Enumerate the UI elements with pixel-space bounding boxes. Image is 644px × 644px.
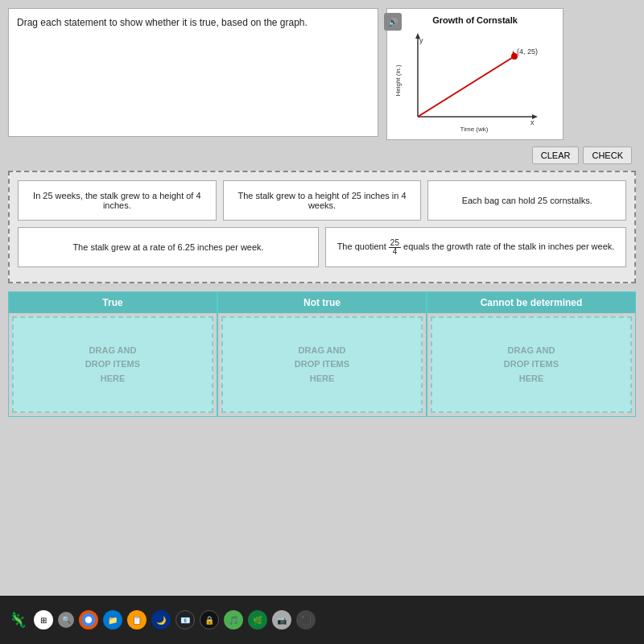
statement-card-3[interactable]: Each bag can hold 25 cornstalks. [427,180,626,221]
drop-zone-not-true-body[interactable]: DRAG ANDDROP ITEMSHERE [221,316,423,413]
check-button[interactable]: CHECK [583,147,632,164]
drop-zone-cannot-determine-header: Cannot be determined [427,292,635,313]
statement-card-2[interactable]: The stalk grew to a height of 25 inches … [223,180,422,221]
statement-card-5[interactable]: The quotient 254 equals the growth rate … [325,227,626,267]
drop-zone-cannot-determine[interactable]: Cannot be determined DRAG ANDDROP ITEMSH… [427,291,636,417]
svg-point-8 [85,617,92,623]
graph-section: Growth of Cornstalk Height (in.) y x [386,8,564,140]
drop-zone-true-label: DRAG ANDDROP ITEMSHERE [85,344,140,386]
x-axis-label: Time (wk) [460,126,489,133]
statements-row-2: The stalk grew at a rate of 6.25 inches … [18,227,626,267]
drop-zone-true-header: True [9,292,217,313]
graph-title: Growth of Cornstalk [394,15,556,25]
drop-zone-not-true-header: Not true [218,292,426,313]
graph-container: Height (in.) y x Time (wk) (4, 25) [394,28,547,133]
statements-row-1: In 25 weeks, the stalk grew to a height … [18,180,626,221]
drop-zone-not-true[interactable]: Not true DRAG ANDDROP ITEMSHERE [217,291,427,417]
drop-zones: True DRAG ANDDROP ITEMSHERE Not true DRA… [8,291,636,417]
instruction-box: Drag each statement to show whether it i… [8,8,378,137]
taskbar-icon-9[interactable]: 📷 [272,610,291,630]
y-letter: y [419,36,423,44]
y-axis-label: Height (in.) [394,64,402,96]
main-screen: Drag each statement to show whether it i… [0,0,644,596]
taskbar-icon-5[interactable]: 📧 [175,610,195,630]
graph-svg: Height (in.) y x Time (wk) (4, 25) [394,28,547,133]
action-buttons: CLEAR CHECK [8,147,636,164]
taskbar-windows-btn[interactable]: ⊞ [34,610,53,630]
instruction-text: Drag each statement to show whether it i… [17,17,308,28]
x-letter: x [530,118,535,126]
clear-button[interactable]: CLEAR [532,147,580,164]
taskbar-icon-8[interactable]: 🌿 [248,610,267,630]
svg-line-4 [418,56,514,117]
statement-card-1[interactable]: In 25 weeks, the stalk grew to a height … [18,180,217,221]
statements-area: In 25 weeks, the stalk grew to a height … [8,171,636,283]
taskbar-icon-4[interactable]: 🌙 [151,610,171,630]
taskbar-icon-3[interactable]: 📋 [127,610,147,630]
drop-zone-not-true-label: DRAG ANDDROP ITEMSHERE [295,344,349,386]
taskbar: 🦎 ⊞ 🔍 📁 📋 🌙 📧 🔒 🎵 🌿 📷 ⬛ [0,596,644,644]
taskbar-chrome-icon[interactable] [79,610,98,630]
drop-zone-cannot-determine-label: DRAG ANDDROP ITEMSHERE [504,344,559,386]
taskbar-search-icon[interactable]: 🔍 [58,612,74,628]
top-section: Drag each statement to show whether it i… [8,8,636,140]
point-label: (4, 25) [517,47,538,56]
drop-zone-cannot-determine-body[interactable]: DRAG ANDDROP ITEMSHERE [431,316,632,413]
taskbar-folder-icon[interactable]: 📁 [103,610,122,630]
statement-card-4[interactable]: The stalk grew at a rate of 6.25 inches … [18,227,319,267]
taskbar-icon-10[interactable]: ⬛ [296,610,316,630]
taskbar-animal-icon[interactable]: 🦎 [6,609,29,631]
taskbar-icon-7[interactable]: 🎵 [224,610,243,630]
drop-zone-true[interactable]: True DRAG ANDDROP ITEMSHERE [8,291,217,417]
taskbar-icon-6[interactable]: 🔒 [200,610,219,630]
drop-zone-true-body[interactable]: DRAG ANDDROP ITEMSHERE [12,316,213,413]
